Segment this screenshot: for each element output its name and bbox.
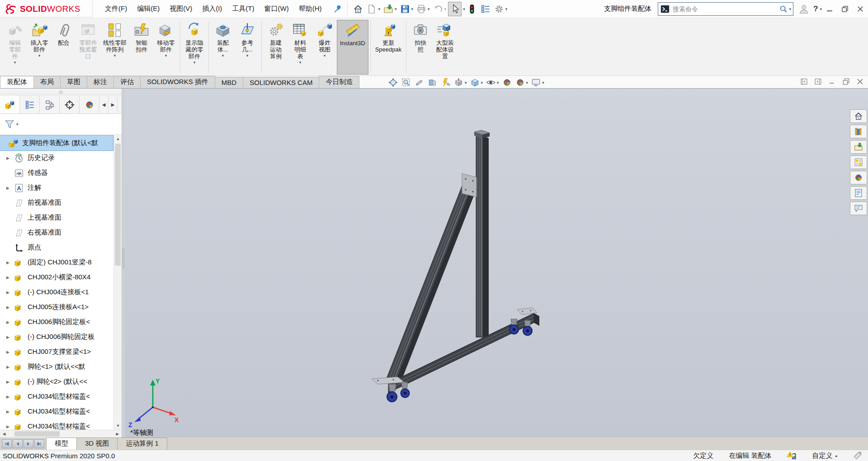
collapse-right-icon[interactable] [814, 77, 822, 86]
tree-item-component[interactable]: ▶ CHJ034铝型材端盖< [0, 389, 122, 404]
dropdown-arrow-icon[interactable]: ▾ [428, 7, 430, 11]
tree-item-component[interactable]: ▶ 脚轮<1> (默认<<默 [0, 359, 122, 374]
tab-dimxpert-manager[interactable] [60, 96, 80, 113]
last-tab-button[interactable] [34, 439, 44, 448]
tab-assembly[interactable]: 装配体 [0, 76, 34, 88]
dropdown-arrow-icon[interactable]: ▾ [526, 80, 528, 85]
panel-tab-scroll-left[interactable]: ◀ [99, 96, 108, 113]
dropdown-arrow-icon[interactable]: ▾ [193, 60, 196, 65]
menu-window[interactable]: 窗口(W) [259, 1, 293, 17]
tab-display-manager[interactable] [80, 96, 99, 113]
tree-item-component[interactable]: ▶ (固定) CHJ001竖梁-8 [0, 255, 122, 270]
dropdown-arrow-icon[interactable]: ▾ [444, 7, 447, 11]
tag-icon[interactable] [853, 451, 863, 461]
previous-tab-button[interactable] [13, 439, 23, 448]
dropdown-arrow-icon[interactable]: ▾ [246, 53, 249, 58]
tab-motion-study-1[interactable]: 运动算例 1 [117, 437, 167, 450]
ribbon-button-take-snapshot[interactable]: 拍快 照 [408, 20, 433, 75]
dropdown-arrow-icon[interactable]: ▾ [324, 53, 326, 58]
ribbon-button-move-component[interactable]: 移动零 部件 ▾ [154, 20, 178, 75]
tree-vertical-scrollbar[interactable]: ▲ ▼ [113, 135, 122, 430]
tab-mbd[interactable]: MBD [215, 77, 243, 88]
dropdown-arrow-icon[interactable]: ▾ [16, 122, 19, 127]
expander-icon[interactable]: ▶ [6, 365, 14, 369]
restore-button[interactable] [837, 2, 853, 16]
next-tab-button[interactable] [24, 439, 33, 448]
expander-icon[interactable]: ▶ [6, 350, 14, 354]
filter-funnel-icon[interactable] [4, 118, 15, 130]
scrollbar-thumb[interactable] [115, 144, 121, 266]
expander-icon[interactable]: ▶ [6, 305, 14, 310]
dropdown-arrow-icon[interactable]: ▾ [299, 60, 302, 65]
scroll-left-icon[interactable]: ◀ [0, 432, 8, 436]
tab-markup[interactable]: 标注 [87, 76, 114, 88]
select-button[interactable] [448, 2, 462, 16]
dropdown-arrow-icon[interactable]: ▾ [395, 7, 397, 11]
ribbon-button-update-speedpak[interactable]: 更新 Speedpak [373, 20, 405, 75]
tree-item-component[interactable]: ▶ (-) 脚轮<2> (默认<< [0, 374, 122, 389]
dropdown-arrow-icon[interactable]: ▾ [465, 80, 467, 85]
tree-item-annotations[interactable]: ▶ 注解 [0, 180, 122, 195]
task-pane-design-library-button[interactable] [850, 125, 867, 138]
menu-view[interactable]: 视图(V) [165, 1, 197, 17]
dropdown-arrow-icon[interactable]: ▾ [505, 7, 508, 11]
ribbon-button-bill-of-materials[interactable]: 材料 明细 表 ▾ [288, 20, 312, 75]
scroll-down-icon[interactable]: ▼ [114, 422, 122, 430]
expander-icon[interactable]: ▶ [6, 395, 14, 399]
tree-item-sensors[interactable]: ▶ 传感器 [0, 165, 122, 180]
tree-item-component[interactable]: ▶ CHJ005连接板A<1> [0, 300, 122, 315]
scroll-up-icon[interactable]: ▲ [114, 135, 122, 143]
task-pane-forum-button[interactable] [850, 202, 867, 215]
task-pane-view-palette-button[interactable] [850, 155, 867, 169]
task-pane-custom-properties-button[interactable] [850, 186, 867, 200]
zoom-to-area-button[interactable] [400, 76, 413, 89]
dropdown-arrow-icon[interactable]: ▾ [378, 7, 380, 11]
tree-item-front-plane[interactable]: ▶ 前视基准面 [0, 195, 122, 210]
expander-icon[interactable]: ▶ [6, 335, 14, 339]
tab-evaluate[interactable]: 评估 [113, 76, 141, 88]
tree-item-component[interactable]: ▶ CHJ034铝型材端盖< [0, 419, 122, 430]
search-input[interactable] [670, 5, 778, 13]
dropdown-arrow-icon[interactable]: ▾ [542, 80, 544, 85]
ribbon-button-large-assembly-settings[interactable]: 大型装 配体设 置 [433, 20, 457, 75]
interference-check-button[interactable] [466, 2, 478, 16]
close-button[interactable] [853, 2, 868, 16]
tab-configuration-manager[interactable] [40, 96, 60, 113]
tree-item-component[interactable]: ▶ CHJ007支撑竖梁<1> [0, 344, 122, 359]
performance-warning-icon[interactable] [787, 451, 797, 461]
save-button[interactable]: ▾ [399, 2, 415, 16]
tree-item-root[interactable]: ▶ 支脚组件装配体 (默认<默 [0, 136, 113, 151]
dropdown-arrow-icon[interactable]: ▾ [165, 53, 167, 58]
tree-item-component[interactable]: ▶ (-) CHJ006脚轮固定板 [0, 329, 122, 344]
ribbon-button-instant3d[interactable]: Instant3D [337, 20, 368, 75]
task-pane-home-button[interactable] [850, 109, 867, 123]
zoom-to-fit-button[interactable] [387, 76, 400, 89]
doc-close-icon[interactable] [856, 77, 864, 86]
menu-insert[interactable]: 插入(I) [197, 1, 227, 17]
first-tab-button[interactable] [2, 439, 12, 448]
display-style-button[interactable]: ▾ [468, 76, 485, 89]
tab-3d-views[interactable]: 3D 视图 [76, 437, 118, 450]
tab-model[interactable]: 模型 [46, 437, 77, 450]
scroll-right-icon[interactable]: ▶ [113, 432, 122, 436]
doc-minimize-icon[interactable] [828, 77, 836, 86]
help-button[interactable]: ? [813, 5, 818, 14]
ribbon-button-show-hidden-components[interactable]: 显示隐 藏的零 部件 ▾ [182, 20, 207, 75]
menu-file[interactable]: 文件(F) [100, 1, 132, 17]
expander-icon[interactable]: ▶ [6, 156, 14, 160]
settings-button[interactable]: ▾ [493, 2, 509, 16]
collapse-left-icon[interactable] [800, 77, 808, 86]
dropdown-arrow-icon[interactable]: ▾ [38, 53, 41, 58]
ribbon-button-reference-geometry[interactable]: 参考 几... ▾ [235, 20, 259, 75]
minimize-button[interactable] [822, 2, 837, 16]
tree-item-component[interactable]: ▶ CHJ006脚轮固定板< [0, 315, 122, 329]
menu-help[interactable]: 帮助(H) [294, 1, 327, 17]
dropdown-arrow-icon[interactable]: ▾ [463, 7, 465, 11]
hide-show-items-button[interactable]: ▾ [484, 76, 500, 89]
dropdown-arrow-icon[interactable]: ▾ [222, 53, 224, 58]
new-document-button[interactable]: ▾ [365, 2, 381, 16]
tree-item-top-plane[interactable]: ▶ 上视基准面 [0, 210, 122, 225]
expander-icon[interactable]: ▶ [6, 320, 14, 325]
expander-icon[interactable]: ▶ [6, 186, 14, 190]
user-account-icon[interactable] [798, 3, 810, 15]
